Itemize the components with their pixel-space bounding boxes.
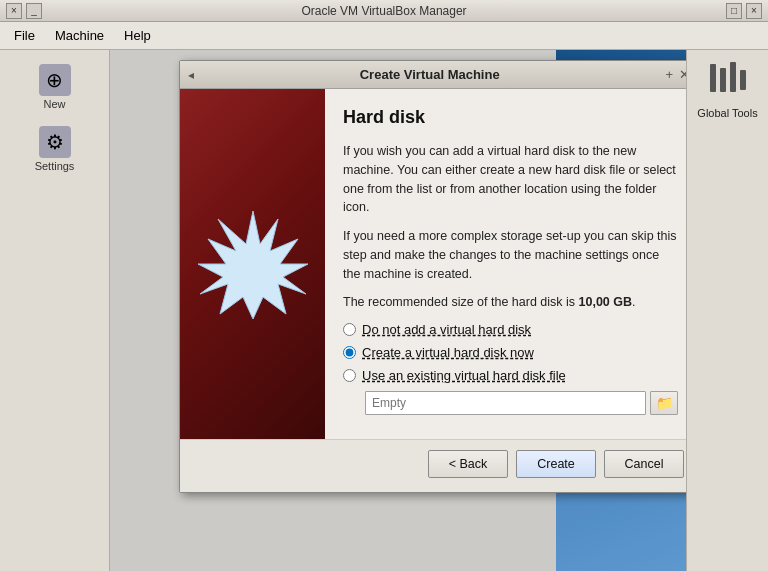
menu-help[interactable]: Help (114, 24, 161, 47)
file-path-input[interactable] (365, 391, 646, 415)
toolbar-settings[interactable]: ⚙ Settings (10, 120, 100, 178)
toolbar-settings-label: Settings (35, 160, 75, 172)
global-tools-icon (708, 60, 748, 103)
global-tools-label: Global Tools (697, 107, 757, 119)
window-controls-left[interactable]: × _ (6, 3, 42, 19)
svg-rect-8 (710, 64, 716, 92)
svg-marker-7 (198, 211, 308, 319)
starburst-icon (198, 209, 308, 319)
dialog-overlay: ◂ Create Virtual Machine + ✕ (110, 50, 768, 571)
radio-no-disk[interactable]: Do not add a virtual hard disk (343, 322, 678, 337)
window-min-btn[interactable]: _ (26, 3, 42, 19)
dialog-title: Create Virtual Machine (194, 67, 665, 82)
dialog-body: Hard disk If you wish you can add a virt… (180, 89, 698, 439)
app-area: ⊕ New ⚙ Settings ⚙ (0, 50, 768, 571)
radio-group: Do not add a virtual hard disk Create a … (343, 322, 678, 383)
radio-no-disk-input[interactable] (343, 323, 356, 336)
svg-rect-11 (740, 70, 746, 90)
radio-create-disk-label: Create a virtual hard disk now (362, 345, 534, 360)
settings-icon: ⚙ (39, 126, 71, 158)
dialog-image (180, 89, 325, 439)
menu-bar: File Machine Help (0, 22, 768, 50)
radio-existing-disk[interactable]: Use an existing virtual hard disk file (343, 368, 678, 383)
dialog-paragraph1: If you wish you can add a virtual hard d… (343, 142, 678, 217)
toolbar-new-label: New (43, 98, 65, 110)
file-browse-button[interactable]: 📁 (650, 391, 678, 415)
window-controls-right[interactable]: □ × (726, 3, 762, 19)
window-restore-btn[interactable]: □ (726, 3, 742, 19)
dialog-plus-btn[interactable]: + (665, 67, 673, 82)
left-toolbar: ⊕ New ⚙ Settings (0, 50, 110, 571)
toolbar-new[interactable]: ⊕ New (10, 58, 100, 116)
new-icon: ⊕ (39, 64, 71, 96)
window-close-btn[interactable]: × (6, 3, 22, 19)
global-tools-panel: Global Tools (686, 50, 768, 571)
dialog-paragraph3: The recommended size of the hard disk is… (343, 293, 678, 312)
center-content: ⚙ ◂ Create Virtual Machine + ✕ (110, 50, 768, 571)
dialog-title-bar: ◂ Create Virtual Machine + ✕ (180, 61, 698, 89)
paragraph3-suffix: . (632, 295, 635, 309)
folder-icon: 📁 (656, 395, 673, 411)
app-title: Oracle VM VirtualBox Manager (42, 4, 726, 18)
window-close-btn-right[interactable]: × (746, 3, 762, 19)
dialog-section-title: Hard disk (343, 107, 678, 128)
menu-file[interactable]: File (4, 24, 45, 47)
radio-no-disk-label: Do not add a virtual hard disk (362, 322, 531, 337)
cancel-button[interactable]: Cancel (604, 450, 684, 478)
svg-rect-10 (730, 62, 736, 92)
recommended-size: 10,00 GB (579, 295, 633, 309)
dialog-footer: < Back Create Cancel (180, 439, 698, 492)
title-bar: × _ Oracle VM VirtualBox Manager □ × (0, 0, 768, 22)
radio-create-disk[interactable]: Create a virtual hard disk now (343, 345, 678, 360)
dialog: ◂ Create Virtual Machine + ✕ (179, 60, 699, 493)
menu-machine[interactable]: Machine (45, 24, 114, 47)
radio-create-disk-input[interactable] (343, 346, 356, 359)
svg-rect-9 (720, 68, 726, 92)
back-button[interactable]: < Back (428, 450, 508, 478)
radio-existing-disk-label: Use an existing virtual hard disk file (362, 368, 566, 383)
radio-existing-disk-input[interactable] (343, 369, 356, 382)
dialog-paragraph2: If you need a more complex storage set-u… (343, 227, 678, 283)
create-button[interactable]: Create (516, 450, 596, 478)
paragraph3-prefix: The recommended size of the hard disk is (343, 295, 579, 309)
dialog-content: Hard disk If you wish you can add a virt… (325, 89, 698, 439)
file-selector: 📁 (365, 391, 678, 415)
